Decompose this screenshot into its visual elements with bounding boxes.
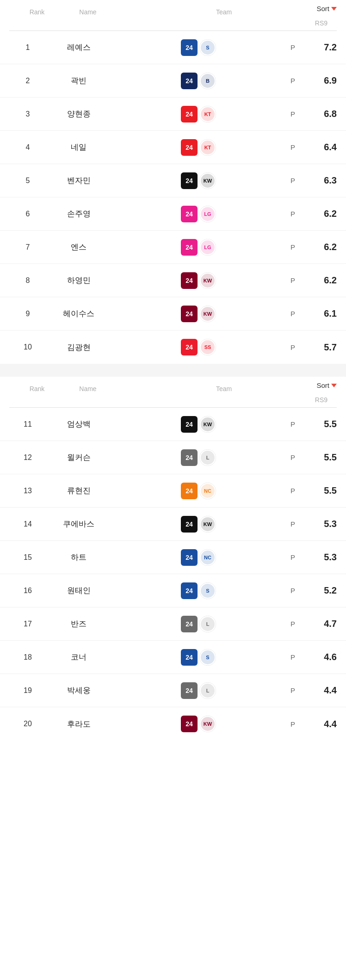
position-cell: P: [286, 653, 300, 661]
table-row[interactable]: 9 헤이수스 24 KW P 6.1: [0, 297, 346, 331]
table-row[interactable]: 19 박세웅 24 L P 4.4: [0, 674, 346, 707]
header-rank-1: Rank: [19, 8, 56, 16]
name-cell: 코너: [46, 652, 111, 662]
table-row[interactable]: 12 윌커슨 24 L P 5.5: [0, 441, 346, 474]
col-headers-1: Rank Name Team: [9, 5, 337, 19]
name-cell: 헤이수스: [46, 308, 111, 319]
header-team-1: Team: [120, 8, 327, 16]
position-cell: P: [286, 720, 300, 728]
team-cell: 24 SS: [111, 339, 286, 355]
rank-cell: 1: [9, 43, 46, 52]
rank-cell: 8: [9, 276, 46, 285]
name-cell: 원태인: [46, 585, 111, 596]
table-row[interactable]: 2 곽빈 24 B P 6.9: [0, 64, 346, 98]
score-cell: 4.6: [300, 652, 337, 662]
team-cell: 24 L: [111, 449, 286, 466]
name-cell: 벤자민: [46, 175, 111, 186]
name-cell: 쿠에바스: [46, 519, 111, 529]
year-badge: 24: [181, 206, 198, 222]
team-logo: KW: [199, 416, 216, 433]
year-badge: 24: [181, 339, 198, 355]
position-cell: P: [286, 553, 300, 561]
position-cell: P: [286, 110, 300, 118]
year-badge: 24: [181, 616, 198, 632]
team-logo: SS: [199, 339, 216, 355]
table-row[interactable]: 13 류현진 24 NC P 5.5: [0, 474, 346, 508]
year-badge: 24: [181, 682, 198, 699]
score-cell: 6.1: [300, 308, 337, 319]
svg-text:KW: KW: [204, 521, 212, 527]
rank-cell: 9: [9, 310, 46, 318]
table-row[interactable]: 10 김광현 24 SS P 5.7: [0, 331, 346, 364]
table-row[interactable]: 5 벤자민 24 KW P 6.3: [0, 164, 346, 197]
svg-text:KW: KW: [204, 721, 212, 727]
team-cell: 24 NC: [111, 549, 286, 566]
table-row[interactable]: 8 하영민 24 KW P 6.2: [0, 264, 346, 297]
rs9-label-2: RS9: [315, 396, 327, 404]
section-2: Sort Rank Name Team RS9 11 엄상백 24 KW P 5…: [0, 377, 346, 741]
sort-button-1[interactable]: Sort: [316, 5, 337, 12]
table-row[interactable]: 1 레예스 24 S P 7.2: [0, 31, 346, 64]
name-cell: 류현진: [46, 485, 111, 496]
team-logo: L: [199, 449, 216, 466]
team-cell: 24 KW: [111, 172, 286, 189]
team-cell: 24 L: [111, 616, 286, 632]
score-cell: 6.2: [300, 275, 337, 286]
position-cell: P: [286, 686, 300, 694]
rank-cell: 17: [9, 620, 46, 628]
position-cell: P: [286, 276, 300, 284]
team-logo: KW: [199, 272, 216, 289]
header-rank-2: Rank: [19, 385, 56, 392]
team-logo: NC: [199, 483, 216, 499]
table-row[interactable]: 6 손주영 24 LG P 6.2: [0, 197, 346, 231]
table-row[interactable]: 20 후라도 24 KW P 4.4: [0, 707, 346, 741]
team-logo: LG: [199, 239, 216, 256]
table-row[interactable]: 16 원태인 24 S P 5.2: [0, 574, 346, 607]
svg-text:L: L: [206, 688, 210, 693]
team-logo: B: [199, 73, 216, 89]
name-cell: 김광현: [46, 342, 111, 353]
team-logo: KW: [199, 172, 216, 189]
svg-text:KW: KW: [204, 178, 212, 184]
table-row[interactable]: 18 코너 24 S P 4.6: [0, 641, 346, 674]
section-gap: [0, 364, 346, 377]
name-cell: 반즈: [46, 619, 111, 629]
name-cell: 후라도: [46, 719, 111, 729]
table-row[interactable]: 11 엄상백 24 KW P 5.5: [0, 408, 346, 441]
team-cell: 24 KW: [111, 516, 286, 533]
year-badge: 24: [181, 416, 198, 433]
rank-cell: 6: [9, 210, 46, 218]
name-cell: 곽빈: [46, 75, 111, 86]
rs9-header-2: RS9: [9, 396, 337, 407]
team-logo: L: [199, 682, 216, 699]
year-badge: 24: [181, 239, 198, 256]
year-badge: 24: [181, 73, 198, 89]
svg-text:KT: KT: [204, 111, 211, 117]
team-logo: KW: [199, 516, 216, 533]
table-row[interactable]: 17 반즈 24 L P 4.7: [0, 607, 346, 641]
table-row[interactable]: 4 네일 24 KT P 6.4: [0, 131, 346, 164]
table-row[interactable]: 3 양현종 24 KT P 6.8: [0, 98, 346, 131]
year-badge: 24: [181, 649, 198, 666]
position-cell: P: [286, 143, 300, 151]
svg-text:NC: NC: [204, 555, 211, 560]
year-badge: 24: [181, 549, 198, 566]
team-cell: 24 S: [111, 582, 286, 599]
position-cell: P: [286, 487, 300, 495]
svg-text:L: L: [206, 621, 210, 627]
rank-cell: 16: [9, 587, 46, 595]
position-cell: P: [286, 77, 300, 85]
table-row[interactable]: 14 쿠에바스 24 KW P 5.3: [0, 508, 346, 541]
sort-label-1: Sort: [316, 5, 329, 12]
team-logo: KW: [199, 716, 216, 732]
rank-cell: 15: [9, 553, 46, 562]
position-cell: P: [286, 177, 300, 184]
svg-text:KW: KW: [204, 278, 212, 283]
year-badge: 24: [181, 172, 198, 189]
header-name-1: Name: [56, 8, 120, 16]
header-team-2: Team: [120, 385, 327, 392]
sort-button-2[interactable]: Sort: [316, 381, 337, 389]
table-row[interactable]: 7 엔스 24 LG P 6.2: [0, 231, 346, 264]
score-cell: 4.4: [300, 685, 337, 696]
table-row[interactable]: 15 하트 24 NC P 5.3: [0, 541, 346, 574]
